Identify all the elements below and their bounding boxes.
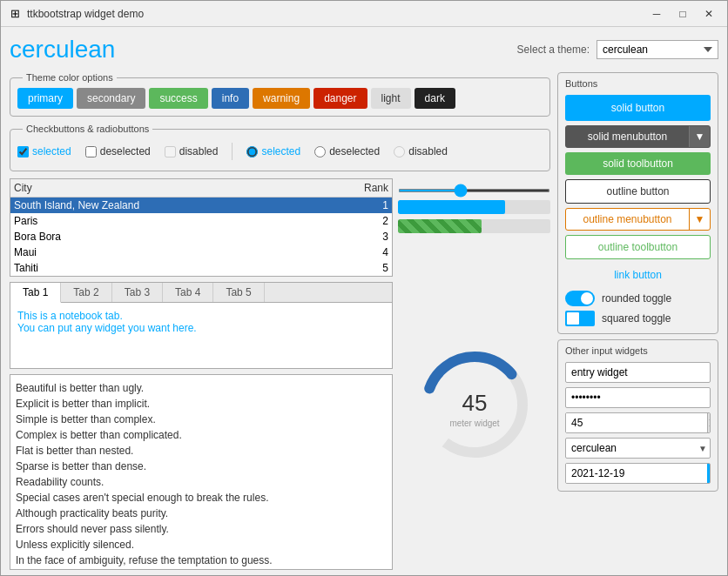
right-mid: 45 meter widget — [398, 178, 550, 570]
squared-toggle-label: squared toggle — [602, 312, 671, 325]
divider — [232, 143, 233, 160]
horizontal-slider[interactable] — [398, 189, 550, 192]
solid-menubutton[interactable]: solid menubutton ▼ — [565, 125, 711, 148]
solid-toolbutton[interactable]: solid toolbutton — [565, 152, 711, 175]
list-item: Explicit is better than implicit. — [16, 396, 387, 412]
combobox[interactable]: cerculean darkly flatly — [565, 438, 711, 459]
danger-btn[interactable]: danger — [313, 88, 367, 109]
outline-menubutton-label: outline menubutton — [566, 209, 689, 230]
maximize-button[interactable]: □ — [671, 5, 694, 23]
link-button[interactable]: link button — [565, 264, 711, 286]
rounded-toggle-row: rounded toggle — [565, 291, 711, 306]
outline-button[interactable]: outline button — [565, 179, 711, 204]
primary-btn[interactable]: primary — [17, 88, 73, 109]
color-buttons-row: primary secondary success info warning d… — [17, 88, 543, 109]
solid-menubutton-arrow[interactable]: ▼ — [689, 126, 710, 147]
dark-btn[interactable]: dark — [415, 88, 455, 109]
theme-select-area: Select a theme: cerculean darkly flatly … — [517, 40, 718, 59]
table-row[interactable]: South Island, New Zealand 1 — [10, 198, 392, 213]
rounded-toggle[interactable] — [565, 291, 595, 306]
toggle-thumb — [581, 292, 593, 305]
list-item: Complex is better than complicated. — [16, 427, 387, 443]
spinbox-buttons: ▲ ▼ — [707, 413, 711, 432]
input-widgets-group: Other input widgets ▲ ▼ cerculean dar — [557, 339, 718, 492]
warning-btn[interactable]: warning — [253, 88, 310, 109]
check-radio-group: Checkbuttons & radiobuttons selected des… — [10, 124, 550, 171]
table-row[interactable]: Bora Bora 3 — [10, 229, 392, 244]
main-window: ⊞ ttkbootstrap widget demo ─ □ ✕ cercule… — [0, 0, 728, 576]
city-cell: Paris — [14, 215, 336, 227]
tab-1[interactable]: Tab 1 — [10, 283, 61, 303]
theme-colors-group: Theme color options primary secondary su… — [10, 72, 550, 117]
info-btn[interactable]: info — [212, 88, 249, 109]
radio-selected: selected — [246, 145, 300, 157]
check-radio-row: selected deselected disabled — [17, 139, 543, 164]
list-item: Unless explicitly silenced. — [16, 537, 387, 553]
minimize-button[interactable]: ─ — [645, 5, 668, 23]
list-item: Simple is better than complex. — [16, 412, 387, 427]
left-mid: City Rank South Island, New Zealand 1 Pa… — [10, 178, 393, 570]
theme-select-label: Select a theme: — [517, 44, 590, 56]
theme-select-dropdown[interactable]: cerculean darkly flatly lumen minty — [597, 40, 718, 59]
svg-text:meter widget: meter widget — [449, 419, 499, 428]
rank-cell: 5 — [336, 262, 388, 274]
main-area: Theme color options primary secondary su… — [10, 72, 718, 570]
progress-fill-2 — [398, 219, 482, 233]
spinbox-down-button[interactable]: ▼ — [707, 423, 711, 432]
check-selected: selected — [17, 145, 71, 157]
date-picker-button[interactable]: 📅 — [707, 464, 711, 483]
squared-toggle-track — [565, 311, 595, 326]
squared-toggle[interactable] — [565, 311, 595, 326]
tab-4[interactable]: Tab 4 — [163, 283, 213, 302]
outline-toolbutton[interactable]: outline toolbutton — [565, 235, 711, 259]
app-icon: ⊞ — [8, 7, 22, 21]
tab-2[interactable]: Tab 2 — [61, 283, 111, 302]
tab-content: This is a notebook tab. You can put any … — [10, 303, 392, 341]
city-cell: Maui — [14, 246, 336, 258]
spinbox-up-button[interactable]: ▲ — [707, 413, 711, 423]
buttons-group: Buttons solid button solid menubutton ▼ … — [557, 72, 718, 334]
success-btn[interactable]: success — [149, 88, 207, 109]
theme-colors-legend: Theme color options — [23, 72, 117, 83]
titlebar-title: ttkbootstrap widget demo — [27, 8, 645, 20]
radio-selected-label: selected — [261, 145, 300, 157]
password-input[interactable] — [565, 387, 711, 408]
table-row[interactable]: Tahiti 5 — [10, 260, 392, 276]
radio-disabled-input — [394, 146, 405, 157]
window-controls: ─ □ ✕ — [645, 5, 720, 23]
radio-deselected: deselected — [314, 145, 380, 157]
light-btn[interactable]: light — [371, 88, 411, 109]
date-input-row: 📅 — [565, 463, 711, 484]
date-input[interactable] — [566, 464, 707, 483]
listbox-header: City Rank — [10, 179, 392, 198]
close-button[interactable]: ✕ — [698, 5, 720, 23]
entry-input[interactable] — [565, 362, 711, 383]
radio-deselected-input[interactable] — [314, 146, 326, 157]
tab-content-line1: This is a notebook tab. — [17, 310, 385, 322]
progress-bar-2 — [398, 219, 550, 233]
outline-menubutton[interactable]: outline menubutton ▼ — [565, 208, 711, 231]
check-radio-legend: Checkbuttons & radiobuttons — [23, 124, 152, 134]
check-selected-label: selected — [32, 145, 71, 157]
list-item: In the face of ambiguity, refuse the tem… — [16, 553, 387, 568]
list-item: Sparse is better than dense. — [16, 459, 387, 474]
radio-disabled: disabled — [394, 145, 448, 157]
secondary-btn[interactable]: secondary — [77, 88, 145, 109]
tab-3[interactable]: Tab 3 — [112, 283, 163, 302]
solid-button[interactable]: solid button — [565, 95, 711, 121]
progress-bar-1 — [398, 200, 550, 214]
radio-selected-input[interactable] — [246, 146, 258, 157]
text-widget[interactable]: Beautiful is better than ugly. Explicit … — [10, 374, 393, 570]
outline-menubutton-arrow[interactable]: ▼ — [689, 209, 710, 230]
spinbox-input[interactable] — [566, 413, 707, 432]
list-item: Special cases aren't special enough to b… — [16, 490, 387, 506]
mid-section: City Rank South Island, New Zealand 1 Pa… — [10, 178, 550, 570]
check-selected-input[interactable] — [17, 146, 29, 157]
tab-5[interactable]: Tab 5 — [213, 283, 264, 302]
table-row[interactable]: Paris 2 — [10, 213, 392, 229]
check-deselected-input[interactable] — [85, 146, 97, 157]
svg-text:45: 45 — [462, 390, 487, 416]
listbox-rank-header: Rank — [336, 182, 388, 194]
city-cell: South Island, New Zealand — [14, 199, 336, 211]
table-row[interactable]: Maui 4 — [10, 244, 392, 260]
